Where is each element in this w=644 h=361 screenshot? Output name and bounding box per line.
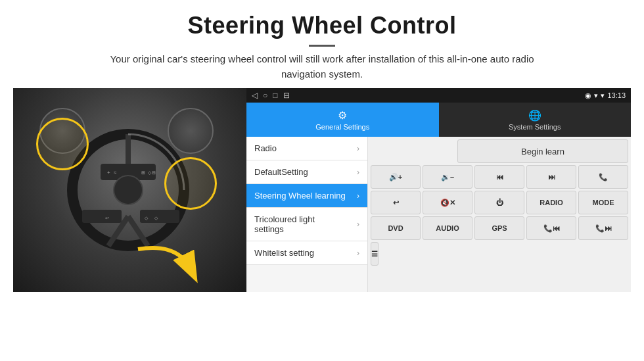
steering-background: + ≈ ↩ ⊞ ◇ ⊟ ◇ ◇ xyxy=(13,88,246,292)
tel-next-button[interactable]: 📞⏭ xyxy=(578,216,628,240)
tel-prev-button[interactable]: 📞⏮ xyxy=(526,216,576,240)
recent-btn[interactable]: □ xyxy=(273,91,277,100)
settings-tabs: ⚙ General Settings 🌐 System Settings xyxy=(246,103,631,137)
location-icon: ◉ xyxy=(585,91,591,100)
chevron-icon-default: › xyxy=(357,168,359,177)
back-btn[interactable]: ◁ xyxy=(252,91,258,100)
btn-row-5: ☰ xyxy=(371,242,628,266)
general-settings-icon: ⚙ xyxy=(338,109,347,122)
radio-label: RADIO xyxy=(540,199,563,206)
btn-row-4: DVD AUDIO GPS 📞⏮ 📞⏭ xyxy=(371,216,628,240)
tel-prev-icon: 📞⏮ xyxy=(543,224,560,233)
mute-icon: 🔇✕ xyxy=(440,199,455,207)
prev-icon: ⏮ xyxy=(496,173,503,181)
svg-text:⊞: ⊞ xyxy=(141,170,145,175)
chevron-icon-whitelist: › xyxy=(357,249,359,258)
btn-row-2: 🔊+ 🔉– ⏮ ⏭ 📞 xyxy=(371,165,628,189)
menu-item-whitelist[interactable]: Whitelist setting › xyxy=(246,241,367,265)
main-content: + ≈ ↩ ⊞ ◇ ⊟ ◇ ◇ xyxy=(0,88,644,361)
status-bar-left: ◁ ○ □ ⊟ xyxy=(252,91,290,100)
page-title: Steering Wheel Control xyxy=(13,12,631,39)
tab-general-label: General Settings xyxy=(315,123,369,131)
chevron-icon-radio: › xyxy=(357,144,359,153)
tab-general[interactable]: ⚙ General Settings xyxy=(246,103,439,137)
menu-item-steering[interactable]: Steering Wheel learning › xyxy=(246,184,367,208)
menu-item-radio-label: Radio xyxy=(254,143,277,153)
screenshot-btn[interactable]: ⊟ xyxy=(283,91,290,100)
mode-label: MODE xyxy=(593,199,614,206)
home-btn[interactable]: ○ xyxy=(263,91,267,100)
dvd-button[interactable]: DVD xyxy=(371,216,421,240)
hang-up-icon: ↩ xyxy=(393,199,399,207)
btn-row-3: ↩ 🔇✕ ⏻ RADIO MODE xyxy=(371,191,628,214)
menu-item-tricolour[interactable]: Tricoloured lightsettings › xyxy=(246,208,367,241)
mode-button[interactable]: MODE xyxy=(578,191,628,214)
vol-up-button[interactable]: 🔊+ xyxy=(371,165,421,189)
highlight-left xyxy=(36,118,89,170)
audio-button[interactable]: AUDIO xyxy=(423,216,472,240)
signal-icon: ▾ xyxy=(594,91,598,100)
menu-item-radio[interactable]: Radio › xyxy=(246,137,367,160)
vol-down-icon: 🔉– xyxy=(441,173,454,181)
status-bar: ◁ ○ □ ⊟ ◉ ▾ ▾ 13:13 xyxy=(246,88,631,103)
menu-item-default-label: DefaultSetting xyxy=(254,167,308,177)
chevron-icon-tricolour: › xyxy=(357,220,359,229)
power-icon: ⏻ xyxy=(496,199,503,206)
yellow-arrow-svg xyxy=(125,236,204,289)
steering-image-panel: + ≈ ↩ ⊞ ◇ ⊟ ◇ ◇ xyxy=(13,88,246,292)
menu-item-whitelist-label: Whitelist setting xyxy=(254,248,314,258)
subtitle: Your original car's steering wheel contr… xyxy=(92,52,552,82)
mute-button[interactable]: 🔇✕ xyxy=(423,191,472,214)
android-ui-panel: ◁ ○ □ ⊟ ◉ ▾ ▾ 13:13 ⚙ General Settings xyxy=(246,88,631,292)
tab-system[interactable]: 🌐 System Settings xyxy=(439,103,632,137)
title-divider xyxy=(309,45,335,47)
wifi-icon: ▾ xyxy=(601,91,605,100)
svg-text:⊟: ⊟ xyxy=(152,170,156,175)
gps-button[interactable]: GPS xyxy=(474,216,524,240)
vol-down-button[interactable]: 🔉– xyxy=(423,165,472,189)
list-button[interactable]: ☰ xyxy=(371,242,379,266)
call-button[interactable]: 📞 xyxy=(578,165,628,189)
page-wrapper: Steering Wheel Control Your original car… xyxy=(0,0,644,361)
svg-point-7 xyxy=(114,176,143,205)
menu-item-steering-label: Steering Wheel learning xyxy=(254,191,346,201)
dvd-label: DVD xyxy=(388,224,403,232)
prev-track-button[interactable]: ⏮ xyxy=(474,165,524,189)
menu-item-tricolour-label: Tricoloured lightsettings xyxy=(254,214,315,234)
next-track-button[interactable]: ⏭ xyxy=(526,165,576,189)
chevron-icon-steering: › xyxy=(357,191,359,201)
radio-button[interactable]: RADIO xyxy=(526,191,576,214)
call-icon: 📞 xyxy=(599,173,608,181)
status-bar-right: ◉ ▾ ▾ 13:13 xyxy=(585,91,626,100)
hang-up-button[interactable]: ↩ xyxy=(371,191,421,214)
power-button[interactable]: ⏻ xyxy=(474,191,524,214)
svg-text:↩: ↩ xyxy=(105,216,109,220)
menu-item-default[interactable]: DefaultSetting › xyxy=(246,160,367,184)
audio-label: AUDIO xyxy=(436,224,459,232)
list-icon: ☰ xyxy=(371,250,378,258)
tel-next-icon: 📞⏭ xyxy=(595,224,612,233)
menu-list: Radio › DefaultSetting › Steering Wheel … xyxy=(246,137,368,292)
buttons-area: Begin learn 🔊+ 🔉– ⏮ xyxy=(368,137,631,292)
tab-system-label: System Settings xyxy=(509,123,561,131)
content-area: Radio › DefaultSetting › Steering Wheel … xyxy=(246,137,631,292)
svg-text:+: + xyxy=(107,170,110,176)
next-icon: ⏭ xyxy=(548,173,555,181)
begin-learn-button[interactable]: Begin learn xyxy=(457,139,628,163)
gps-label: GPS xyxy=(492,224,507,232)
vol-up-icon: 🔊+ xyxy=(389,173,402,181)
highlight-right xyxy=(164,157,217,210)
header-section: Steering Wheel Control Your original car… xyxy=(0,0,644,88)
system-settings-icon: 🌐 xyxy=(528,109,541,122)
btn-row-1: Begin learn xyxy=(371,139,628,163)
empty-slot-1 xyxy=(371,139,455,163)
svg-text:≈: ≈ xyxy=(114,170,117,176)
time-display: 13:13 xyxy=(607,91,626,99)
svg-rect-5 xyxy=(82,210,122,223)
